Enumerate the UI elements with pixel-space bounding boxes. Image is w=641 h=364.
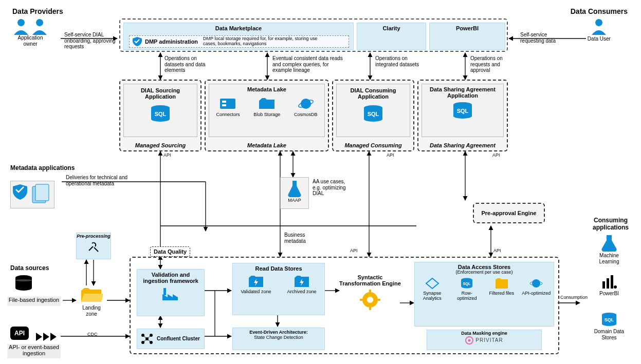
data-sources-title: Data sources bbox=[10, 264, 49, 272]
svg-rect-66 bbox=[369, 306, 371, 310]
api-label-5: API bbox=[493, 248, 501, 254]
svg-text:SQL: SQL bbox=[463, 282, 471, 286]
svg-point-30 bbox=[36, 19, 43, 26]
connectors-item: Connectors bbox=[216, 97, 240, 118]
svg-text:SQL: SQL bbox=[605, 317, 614, 322]
svg-rect-80 bbox=[614, 285, 617, 289]
metadata-apps-box bbox=[10, 181, 54, 208]
tools-icon bbox=[87, 239, 100, 253]
svg-rect-37 bbox=[222, 101, 226, 103]
cosmosdb-item: CosmosDB bbox=[294, 97, 318, 118]
eda-box: Event-Driven Architecture: State Change … bbox=[232, 328, 325, 350]
data-consumers-section: Data Consumers Data User bbox=[571, 7, 628, 42]
eventual-reads-label: Eventual consistent data reads and compl… bbox=[272, 55, 344, 73]
factory-icon bbox=[161, 286, 180, 301]
svg-point-43 bbox=[364, 117, 382, 122]
gear-icon bbox=[360, 290, 380, 310]
dial-consuming-sub: Managed Consuming bbox=[333, 142, 413, 148]
self-service-req-label: Self-service requesting data bbox=[520, 32, 572, 44]
svg-point-83 bbox=[602, 322, 616, 326]
svg-rect-50 bbox=[35, 184, 49, 201]
svg-text:SQL: SQL bbox=[457, 108, 469, 114]
dds-item: SQL Domain Data Stores bbox=[591, 312, 627, 340]
api-label-3: API bbox=[492, 153, 500, 158]
preapproval-box: Pre-approval Engine bbox=[473, 203, 545, 223]
flask-icon bbox=[287, 180, 302, 197]
person-icon bbox=[31, 17, 48, 35]
filtered-files-item: Filtered files bbox=[487, 277, 517, 301]
api-label-2: API bbox=[387, 153, 394, 158]
folder-icon bbox=[258, 97, 276, 111]
svg-text:SQL: SQL bbox=[155, 111, 167, 117]
synapse-item: Synapse Analytics bbox=[417, 277, 447, 301]
metadata-lake-title: Metadata Lake bbox=[209, 84, 324, 92]
metadata-apps-icon bbox=[11, 181, 52, 206]
row-opt-item: SQLRow-optimized bbox=[452, 277, 482, 301]
clarity-title: Clarity bbox=[357, 23, 426, 31]
dial-consuming-box: DIAL Consuming Application SQL Managed C… bbox=[332, 80, 414, 151]
person-icon bbox=[12, 17, 30, 35]
powerbi-icon bbox=[600, 274, 618, 290]
svg-point-56 bbox=[15, 279, 32, 281]
data-providers-section: Data Providers Application owner bbox=[12, 7, 63, 47]
svg-rect-77 bbox=[602, 281, 605, 289]
dmp-desc-label: DMP local storage required for, for exam… bbox=[203, 36, 319, 47]
folder-icon bbox=[495, 277, 509, 290]
self-service-dial-label: Self-service DIAL onboarding, approving … bbox=[64, 32, 116, 50]
pipeline-container: Data Quality Validation and ingestion fr… bbox=[130, 257, 559, 354]
svg-rect-36 bbox=[220, 99, 235, 109]
person-icon bbox=[590, 17, 608, 35]
data-sharing-box: Data Sharing Agreement Application SQL D… bbox=[417, 80, 508, 151]
synapse-icon bbox=[425, 277, 439, 290]
api-opt-item: API-optimized bbox=[521, 277, 551, 301]
deliveries-label: Deliveries for technical and operational… bbox=[66, 175, 133, 186]
file-based-label: File-based ingestion bbox=[7, 297, 61, 306]
api-based-label: API- or event-based ingestion bbox=[7, 344, 61, 358]
svg-point-29 bbox=[17, 19, 25, 26]
dial-sourcing-title: DIAL Sourcing Application bbox=[124, 84, 197, 100]
svg-point-73 bbox=[532, 279, 540, 288]
metadata-lake-sub: Metadata Lake bbox=[206, 142, 328, 148]
aa-use-label: AA use cases, e.g. optimizing DIAL bbox=[313, 179, 349, 197]
svg-rect-78 bbox=[607, 278, 609, 289]
data-access-box: Data Access Stores (Enforcement per use … bbox=[414, 262, 554, 327]
api-badge-icon: API bbox=[10, 327, 29, 340]
powerbi-item: PowerBI bbox=[591, 274, 627, 297]
ml-item: Machine Learning bbox=[591, 234, 627, 264]
consuming-apps-title: Consuming applications bbox=[585, 217, 636, 231]
privitar-logo-icon bbox=[465, 336, 473, 344]
api-label-4: API bbox=[350, 248, 358, 254]
sql-icon: SQL bbox=[451, 102, 474, 120]
powerbi-title: PowerBI bbox=[430, 23, 505, 31]
validation-box: Validation and ingestion framework bbox=[137, 269, 205, 316]
api-label-1: API bbox=[163, 153, 171, 158]
dmp-admin-label: DMP administration bbox=[145, 39, 198, 45]
svg-rect-67 bbox=[360, 299, 364, 301]
svg-point-64 bbox=[367, 297, 373, 303]
ops-integrated-label: Operations on integrated datasets bbox=[375, 55, 424, 67]
sql-mini-icon: SQL bbox=[460, 277, 474, 290]
data-consumers-title: Data Consumers bbox=[571, 7, 628, 15]
folder-open-icon bbox=[80, 286, 103, 304]
connectors-icon bbox=[219, 97, 236, 111]
syntactic-box: Syntactic Transformation Engine bbox=[339, 274, 401, 311]
preprocessing-box: Pre-processing bbox=[76, 233, 111, 259]
svg-rect-65 bbox=[369, 290, 371, 294]
data-quality-pill: Data Quality bbox=[150, 246, 190, 257]
data-sharing-sub: Data Sharing Agreement bbox=[418, 142, 507, 148]
dmp-admin-box: DMP administration DMP local storage req… bbox=[129, 35, 349, 48]
metadata-lake-box: Metadata Lake Connectors Blob Storage Co… bbox=[205, 80, 329, 151]
cosmosdb-icon bbox=[297, 97, 315, 111]
sql-icon: SQL bbox=[149, 105, 172, 123]
data-providers-title: Data Providers bbox=[12, 7, 63, 15]
cosmos-mini-icon bbox=[529, 277, 543, 290]
cluster-icon bbox=[140, 332, 154, 346]
sql-icon: SQL bbox=[362, 105, 384, 123]
dial-sourcing-box: DIAL Sourcing Application SQL Managed So… bbox=[119, 80, 202, 151]
svg-point-55 bbox=[15, 285, 32, 291]
consumption-label: Consumption bbox=[560, 295, 588, 300]
blob-storage-item: Blob Storage bbox=[253, 97, 280, 118]
confluent-box: Confluent Cluster bbox=[137, 329, 205, 349]
metadata-apps-title: Metadata applications bbox=[10, 164, 75, 171]
svg-point-47 bbox=[453, 113, 472, 119]
